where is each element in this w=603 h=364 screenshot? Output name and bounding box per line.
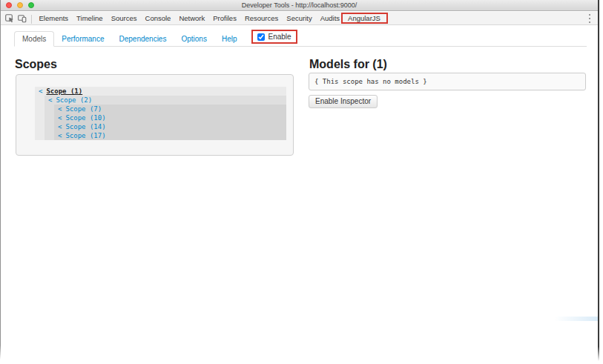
page-highlight-artifact (555, 317, 598, 321)
models-heading: Models for (1) (309, 58, 387, 71)
inspect-element-icon[interactable] (4, 13, 14, 23)
models-empty-message: { This scope has no models } (309, 73, 586, 90)
scope-tree-item-1[interactable]: <Scope (1) (35, 87, 286, 96)
scope-collapse-icon[interactable]: < (39, 87, 42, 95)
toolbar-divider (31, 15, 32, 24)
scope-collapse-icon[interactable]: < (58, 123, 62, 130)
device-toolbar-icon[interactable] (17, 13, 27, 23)
kebab-menu-icon[interactable] (586, 14, 593, 23)
devtools-window: Developer Tools - http://localhost:9000/… (0, 0, 603, 364)
enable-checkbox-group[interactable]: Enable (251, 30, 297, 44)
panel-tab-options[interactable]: Options (174, 32, 214, 46)
panel-tab-dependencies[interactable]: Dependencies (112, 32, 174, 46)
window-left-border (0, 0, 1, 360)
devtools-toolbar: Elements Timeline Sources Console Networ… (1, 12, 598, 25)
scopes-heading: Scopes (15, 58, 57, 71)
enable-checkbox-label: Enable (268, 33, 291, 41)
scope-collapse-icon[interactable]: < (58, 114, 62, 122)
tab-timeline[interactable]: Timeline (73, 12, 108, 24)
devtools-tab-strip: Elements Timeline Sources Console Networ… (35, 12, 384, 24)
tab-elements[interactable]: Elements (35, 12, 73, 24)
titlebar: Developer Tools - http://localhost:9000/ (1, 0, 598, 11)
scope-collapse-icon[interactable]: < (58, 132, 62, 139)
scope-tree-item-7[interactable]: <Scope (7) (54, 105, 286, 113)
tab-network[interactable]: Network (175, 12, 209, 24)
scope-link-10[interactable]: Scope (10) (65, 114, 105, 122)
window-right-border (598, 0, 599, 361)
scope-tree-item-10[interactable]: <Scope (10) (54, 113, 286, 122)
scope-collapse-icon[interactable]: < (48, 96, 52, 104)
scope-tree: <Scope (1) <Scope (2) <Scope (7) <Scope … (35, 87, 286, 140)
scopes-panel: <Scope (1) <Scope (2) <Scope (7) <Scope … (16, 74, 294, 156)
tab-sources[interactable]: Sources (107, 12, 141, 24)
scope-link-1[interactable]: Scope (1) (46, 87, 82, 95)
scope-tree-item-2[interactable]: <Scope (2) (45, 96, 286, 105)
scope-link-2[interactable]: Scope (2) (56, 96, 92, 104)
panel-tab-models[interactable]: Models (14, 31, 54, 47)
scope-link-7[interactable]: Scope (7) (65, 105, 102, 113)
tab-angularjs[interactable]: AngularJS (344, 12, 385, 24)
tab-console[interactable]: Console (141, 12, 175, 24)
scope-link-17[interactable]: Scope (17) (65, 132, 105, 139)
panel-tab-bar: Models Performance Dependencies Options … (14, 30, 587, 47)
scope-collapse-icon[interactable]: < (58, 105, 62, 113)
tab-profiles[interactable]: Profiles (209, 12, 241, 24)
tab-audits[interactable]: Audits (316, 12, 343, 24)
angularjs-panel: Models Performance Dependencies Options … (1, 25, 598, 47)
scope-link-14[interactable]: Scope (14) (65, 123, 105, 130)
scope-tree-item-17[interactable]: <Scope (17) (54, 131, 286, 140)
panel-tab-help[interactable]: Help (214, 32, 245, 46)
enable-inspector-button[interactable]: Enable Inspector (309, 95, 378, 108)
panel-tab-performance[interactable]: Performance (54, 32, 111, 46)
enable-checkbox[interactable] (257, 33, 265, 41)
tab-security[interactable]: Security (283, 12, 316, 24)
window-title: Developer Tools - http://localhost:9000/ (1, 1, 598, 9)
tab-resources[interactable]: Resources (240, 12, 282, 24)
active-tab-underline (348, 22, 381, 24)
scope-tree-item-14[interactable]: <Scope (14) (54, 122, 286, 131)
